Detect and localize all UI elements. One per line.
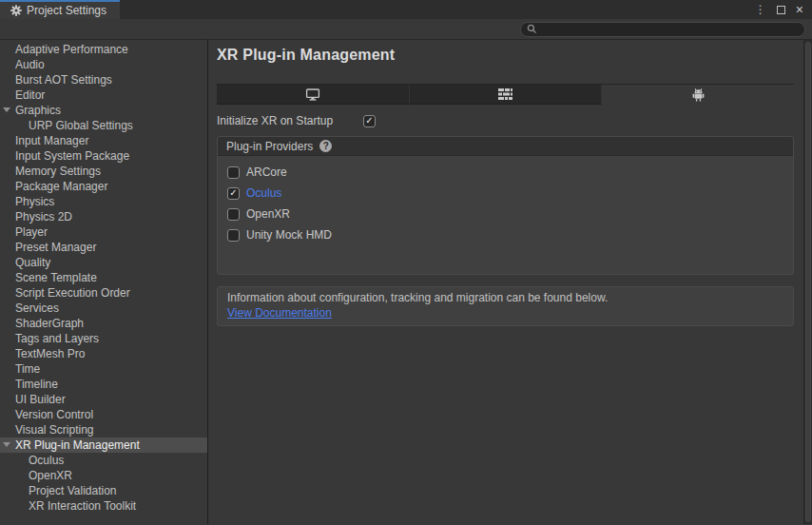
provider-label: OpenXR	[246, 207, 290, 221]
plugin-providers-title: Plug-in Providers	[226, 140, 313, 153]
sidebar-item-label: Preset Manager	[15, 241, 96, 254]
provider-checkbox-arcore[interactable]	[227, 166, 240, 179]
initialize-xr-row: Initialize XR on Startup	[217, 111, 794, 130]
gear-icon	[10, 5, 22, 16]
foldout-triangle-icon	[3, 107, 10, 112]
sidebar-item-oculus[interactable]: Oculus	[0, 453, 207, 468]
platform-tabs	[217, 84, 794, 105]
tab-desktop[interactable]	[217, 85, 410, 105]
sidebar-item-label: Burst AOT Settings	[15, 73, 112, 87]
search-field[interactable]	[520, 22, 805, 37]
page-title: XR Plug-in Management	[217, 47, 794, 64]
provider-checkbox-oculus[interactable]	[227, 187, 240, 200]
sidebar-item-services[interactable]: Services	[0, 301, 207, 316]
sidebar-item-label: Oculus	[29, 454, 64, 467]
sidebar-item-label: ShaderGraph	[15, 317, 84, 330]
plugin-providers-box: Plug-in Providers ARCore Oculus OpenXR U…	[217, 136, 794, 275]
sidebar-item-openxr[interactable]: OpenXR	[0, 468, 207, 483]
search-icon	[527, 24, 537, 34]
search-input[interactable]	[541, 24, 799, 35]
sidebar-item-tags-and-layers[interactable]: Tags and Layers	[0, 331, 207, 346]
project-settings-tab[interactable]: Project Settings	[0, 0, 120, 19]
sidebar-item-editor[interactable]: Editor	[0, 88, 207, 103]
sidebar-item-label: Script Execution Order	[15, 286, 130, 300]
sidebar-item-label: Audio	[15, 58, 45, 71]
sidebar-item-urp-global-settings[interactable]: URP Global Settings	[0, 118, 207, 133]
foldout-triangle-icon	[3, 442, 10, 447]
sidebar-item-label: Graphics	[15, 104, 61, 117]
sidebar-item-script-execution-order[interactable]: Script Execution Order	[0, 285, 207, 301]
sidebar-item-label: Tags and Layers	[15, 332, 99, 345]
sidebar-item-memory-settings[interactable]: Memory Settings	[0, 164, 207, 179]
sidebar-item-burst-aot-settings[interactable]: Burst AOT Settings	[0, 72, 207, 88]
scrollbar-thumb[interactable]	[805, 42, 811, 522]
scrollbar-track[interactable]	[803, 40, 812, 524]
sidebar-item-scene-template[interactable]: Scene Template	[0, 270, 207, 285]
sidebar-item-audio[interactable]: Audio	[0, 57, 207, 72]
sidebar-item-xr-interaction-toolkit[interactable]: XR Interaction Toolkit	[0, 498, 207, 514]
sidebar-item-input-manager[interactable]: Input Manager	[0, 133, 207, 148]
sidebar-item-label: Physics	[15, 195, 54, 208]
provider-label: Oculus	[246, 186, 281, 200]
initialize-xr-checkbox[interactable]	[363, 115, 376, 127]
sidebar-item-time[interactable]: Time	[0, 361, 207, 377]
sidebar-item-label: UI Builder	[15, 393, 66, 406]
sidebar-item-project-validation[interactable]: Project Validation	[0, 483, 207, 498]
sidebar-item-player[interactable]: Player	[0, 224, 207, 240]
info-box: Information about configuration, trackin…	[217, 286, 794, 326]
window-title: Project Settings	[27, 4, 106, 17]
sidebar-item-timeline[interactable]: Timeline	[0, 377, 207, 392]
plugin-providers-header: Plug-in Providers	[218, 137, 793, 156]
sidebar: Adaptive Performance Audio Burst AOT Set…	[0, 40, 208, 524]
sidebar-item-shadergraph[interactable]: ShaderGraph	[0, 316, 207, 331]
window-controls: ⋮ ×	[755, 0, 812, 19]
sidebar-item-preset-manager[interactable]: Preset Manager	[0, 240, 207, 255]
maximize-icon[interactable]	[777, 6, 785, 14]
sidebar-item-label: Timeline	[15, 378, 58, 391]
sidebar-item-label: Package Manager	[15, 180, 107, 193]
sidebar-item-label: Input System Package	[15, 149, 129, 163]
sidebar-item-adaptive-performance[interactable]: Adaptive Performance	[0, 42, 207, 57]
provider-label: Unity Mock HMD	[246, 228, 332, 242]
window-titlebar: Project Settings ⋮ ×	[0, 0, 812, 19]
sidebar-item-label: Adaptive Performance	[15, 43, 128, 56]
sidebar-item-physics[interactable]: Physics	[0, 194, 207, 209]
sidebar-item-version-control[interactable]: Version Control	[0, 407, 207, 422]
android-icon	[692, 88, 705, 102]
provider-checkbox-openxr[interactable]	[227, 208, 240, 221]
plugin-providers-list: ARCore Oculus OpenXR Unity Mock HMD	[218, 156, 793, 274]
view-documentation-link[interactable]: View Documentation	[227, 305, 332, 321]
provider-row-oculus: Oculus	[227, 183, 793, 204]
sidebar-item-label: Time	[15, 362, 40, 376]
sidebar-item-input-system-package[interactable]: Input System Package	[0, 148, 207, 164]
sidebar-item-xr-plug-in-management[interactable]: XR Plug-in Management	[0, 438, 207, 453]
tab-windows[interactable]	[410, 85, 603, 105]
sidebar-item-label: Services	[15, 301, 59, 315]
sidebar-item-textmesh-pro[interactable]: TextMesh Pro	[0, 346, 207, 361]
provider-row-arcore: ARCore	[227, 162, 793, 183]
sidebar-item-label: Player	[15, 225, 48, 239]
sidebar-item-physics-2d[interactable]: Physics 2D	[0, 209, 207, 224]
provider-row-openxr: OpenXR	[227, 204, 793, 224]
sidebar-item-label: OpenXR	[29, 469, 72, 482]
sidebar-item-label: Physics 2D	[15, 210, 72, 224]
sidebar-item-package-manager[interactable]: Package Manager	[0, 179, 207, 194]
sidebar-item-label: TextMesh Pro	[15, 347, 85, 360]
provider-checkbox-unity-mock-hmd[interactable]	[227, 229, 240, 242]
main-panel: XR Plug-in Management Initialize XR on S…	[208, 40, 812, 524]
provider-row-unity-mock-hmd: Unity Mock HMD	[227, 224, 793, 245]
tab-android[interactable]	[602, 85, 794, 105]
sidebar-item-label: Visual Scripting	[15, 423, 94, 437]
close-icon[interactable]: ×	[796, 3, 803, 16]
sidebar-item-label: Quality	[15, 256, 50, 269]
sidebar-item-graphics[interactable]: Graphics	[0, 103, 207, 118]
sidebar-item-label: URP Global Settings	[29, 119, 133, 132]
monitor-icon	[305, 88, 320, 101]
sidebar-item-label: XR Plug-in Management	[15, 438, 140, 452]
sidebar-item-quality[interactable]: Quality	[0, 255, 207, 270]
help-icon[interactable]	[319, 140, 332, 152]
sidebar-item-visual-scripting[interactable]: Visual Scripting	[0, 422, 207, 438]
sidebar-item-label: XR Interaction Toolkit	[29, 499, 136, 513]
sidebar-item-ui-builder[interactable]: UI Builder	[0, 392, 207, 407]
kebab-menu-icon[interactable]: ⋮	[755, 4, 766, 15]
